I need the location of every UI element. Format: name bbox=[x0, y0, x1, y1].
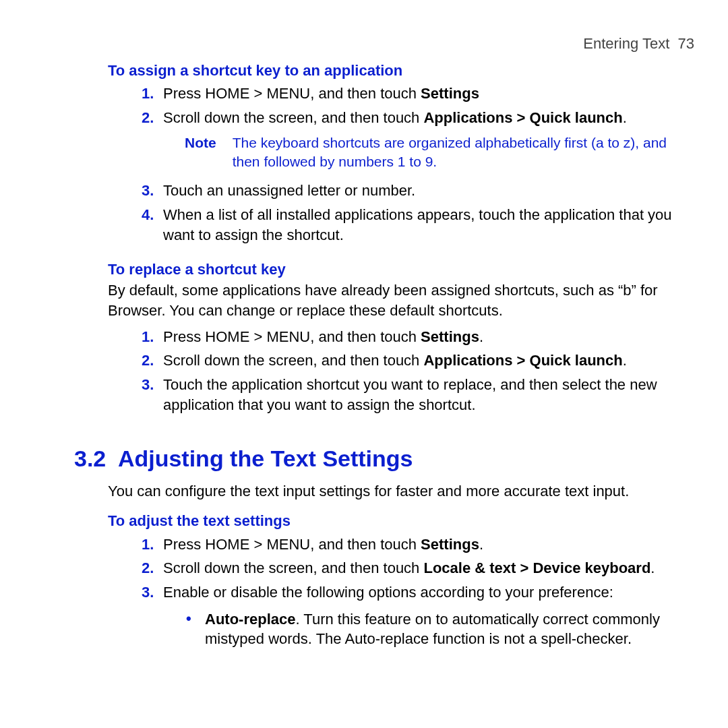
step-suffix: . bbox=[623, 109, 627, 126]
step-suffix: . bbox=[479, 536, 483, 553]
step-item: Press HOME > MENU, and then touch Settin… bbox=[142, 82, 694, 106]
step-item: Enable or disable the following options … bbox=[142, 580, 694, 605]
step-item: Scroll down the screen, and then touch L… bbox=[142, 556, 694, 580]
steps-adjust-text: Press HOME > MENU, and then touch Settin… bbox=[142, 533, 694, 605]
bullet-item: Auto-replace. Turn this feature on to au… bbox=[186, 607, 694, 651]
step-item: Scroll down the screen, and then touch A… bbox=[142, 348, 694, 373]
step-text: Scroll down the screen, and then touch bbox=[163, 109, 423, 126]
step-text: Touch an unassigned letter or number. bbox=[163, 182, 415, 199]
note-body: The keyboard shortcuts are organized alp… bbox=[233, 133, 694, 172]
step-text: When a list of all installed application… bbox=[163, 206, 672, 243]
chapter-title: Entering Text bbox=[583, 35, 669, 52]
subheading-assign-shortcut: To assign a shortcut key to an applicati… bbox=[108, 61, 694, 81]
step-text: Press HOME > MENU, and then touch bbox=[163, 85, 421, 102]
step-item: Press HOME > MENU, and then touch Settin… bbox=[142, 533, 694, 557]
step-item: Touch an unassigned letter or number. bbox=[142, 179, 694, 203]
step-text: Scroll down the screen, and then touch bbox=[163, 352, 423, 369]
intro-replace-shortcut: By default, some applications have alrea… bbox=[108, 280, 694, 320]
step-suffix: . bbox=[479, 328, 483, 345]
subheading-replace-shortcut: To replace a shortcut key bbox=[108, 260, 694, 280]
step-bold: Settings bbox=[421, 85, 479, 102]
page-number: 73 bbox=[678, 35, 694, 52]
intro-adjust-text: You can configure the text input setting… bbox=[108, 481, 694, 502]
step-item: When a list of all installed application… bbox=[142, 203, 694, 247]
subheading-adjust-text: To adjust the text settings bbox=[108, 511, 694, 531]
section-title: Adjusting the Text Settings bbox=[118, 446, 413, 471]
steps-assign-shortcut: Press HOME > MENU, and then touch Settin… bbox=[142, 82, 694, 247]
step-item: Scroll down the screen, and then touch A… bbox=[142, 106, 694, 179]
step-text: Enable or disable the following options … bbox=[163, 584, 613, 601]
note-row: Note The keyboard shortcuts are organize… bbox=[185, 133, 694, 172]
bullet-bold: Auto-replace bbox=[205, 611, 295, 628]
document-page: Entering Text 73 To assign a shortcut ke… bbox=[0, 0, 728, 728]
step-bold: Locale & text > Device keyboard bbox=[423, 559, 650, 576]
step-text: Touch the application shortcut you want … bbox=[163, 376, 657, 413]
step-bold: Settings bbox=[421, 328, 479, 345]
step-bold: Applications > Quick launch bbox=[423, 109, 622, 126]
section-number: 3.2 bbox=[74, 446, 106, 471]
step-bold: Applications > Quick launch bbox=[423, 352, 622, 369]
page-header: Entering Text 73 bbox=[34, 34, 694, 54]
step-text: Scroll down the screen, and then touch bbox=[163, 559, 423, 576]
note-label: Note bbox=[185, 133, 216, 172]
step-suffix: . bbox=[650, 559, 655, 576]
step-bold: Settings bbox=[421, 536, 479, 553]
step-text: Press HOME > MENU, and then touch bbox=[163, 328, 421, 345]
section-heading-3-2: 3.2 Adjusting the Text Settings bbox=[74, 444, 694, 475]
step-item: Press HOME > MENU, and then touch Settin… bbox=[142, 325, 694, 349]
steps-replace-shortcut: Press HOME > MENU, and then touch Settin… bbox=[142, 325, 694, 417]
step-item: Touch the application shortcut you want … bbox=[142, 373, 694, 417]
step-suffix: . bbox=[623, 352, 627, 369]
bullet-list-options: Auto-replace. Turn this feature on to au… bbox=[186, 607, 694, 651]
step-text: Press HOME > MENU, and then touch bbox=[163, 536, 421, 553]
